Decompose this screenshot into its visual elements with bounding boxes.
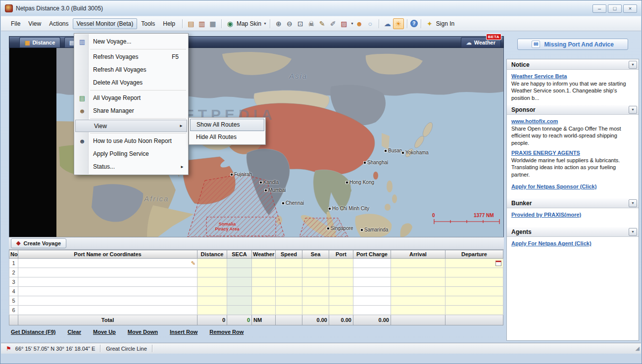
speed-cell[interactable] [276,259,302,268]
arrival-cell[interactable] [391,306,445,315]
map-skin-globe-icon[interactable]: ◉ [225,18,236,29]
menu-help[interactable]: Help [159,18,179,29]
speed-cell[interactable] [276,287,302,296]
create-voyage-button[interactable]: ◆ Create Voyage [11,238,66,248]
fit-screen-icon[interactable]: ⊡ [295,18,306,29]
port-cell[interactable] [329,277,353,287]
weather-icon[interactable]: ☁ [382,18,393,29]
piracy-icon[interactable]: ☠ [306,18,317,29]
help-icon[interactable]: ? [410,20,418,27]
maximize-button[interactable]: □ [608,4,622,13]
move-up-link[interactable]: Move Up [93,329,116,335]
port-cell[interactable] [329,306,353,315]
draw-route-icon[interactable]: ✎ [317,18,328,29]
notice-dropdown-button[interactable]: ▼ [629,61,637,69]
hottofix-link[interactable]: www.hottofix.com [511,118,558,124]
praxis-link[interactable]: PRAXIS ENERGY AGENTS [511,150,580,156]
sponsor-dropdown-button[interactable]: ▼ [629,106,637,114]
map-skin-caret-icon[interactable]: ▼ [263,22,267,25]
departure-cell[interactable] [445,268,503,277]
arrival-cell[interactable] [391,259,445,268]
menu-file[interactable]: File [7,18,24,29]
speed-cell[interactable] [276,277,302,287]
fill-color-caret-icon[interactable]: ▼ [350,22,354,25]
port-charge-cell[interactable] [353,296,391,306]
port-name-cell[interactable] [18,277,198,287]
clear-link[interactable]: Clear [67,329,81,335]
measure-icon[interactable]: ✐ [328,18,339,29]
arrival-cell[interactable] [391,277,445,287]
port-name-cell[interactable] [18,296,198,306]
zoom-out-icon[interactable]: ⊖ [284,18,295,29]
sign-in-link[interactable]: Sign In [436,20,454,27]
port-charge-cell[interactable] [353,287,391,296]
agents-dropdown-button[interactable]: ▼ [629,228,637,236]
user-icon[interactable]: ☻ [354,18,365,29]
get-distance-link[interactable]: Get Distance (F9) [11,329,55,335]
sea-cell[interactable] [302,296,329,306]
print-icon[interactable]: ▦ [207,18,218,29]
fill-color-icon[interactable]: ▨ [339,18,349,29]
arrival-cell[interactable] [391,296,445,306]
edit-icon[interactable]: ✎ [191,260,196,266]
departure-cell[interactable] [445,306,503,315]
menu-item-all-voyage-report[interactable]: ▤ All Voyage Report [75,91,188,104]
port-cell[interactable] [329,287,353,296]
menu-item-delete-all-voyages[interactable]: Delete All Voyages [75,76,188,89]
bunker-dropdown-button[interactable]: ▼ [629,199,637,207]
resize-grip[interactable]: ◢ [636,345,640,352]
minimize-button[interactable]: – [593,4,606,13]
sea-cell[interactable] [302,259,329,268]
speed-cell[interactable] [276,306,302,315]
calendar-icon[interactable] [495,261,501,266]
droplet-icon[interactable]: ○ [365,18,376,29]
menu-item-view[interactable]: View ► [75,120,187,132]
apply-sponsor-link[interactable]: Apply for Netpas Sponsor (Click) [511,183,596,189]
menu-actions[interactable]: Actions [45,18,72,29]
map-skin-label[interactable]: Map Skin [237,20,261,27]
port-charge-cell[interactable] [353,306,391,315]
menu-view[interactable]: View [24,18,45,29]
departure-cell[interactable] [445,296,503,306]
zoom-in-icon[interactable]: ⊕ [273,18,284,29]
speed-cell[interactable] [276,268,302,277]
speed-cell[interactable] [276,296,302,306]
key-icon[interactable]: ✦ [424,18,435,29]
day-night-icon[interactable]: ☀ [393,18,404,29]
menu-item-noon-report[interactable]: ☻ How to use Auto Noon Report [75,135,188,147]
menu-item-share-manager[interactable]: ☻ Share Manager [75,104,188,117]
departure-cell[interactable] [445,287,503,296]
menu-tools[interactable]: Tools [137,18,159,29]
move-down-link[interactable]: Move Down [128,329,158,335]
submenu-item-hide-all-routes[interactable]: Hide All Routes [190,131,264,143]
departure-cell[interactable] [445,259,503,268]
notebook-icon[interactable]: ▤ [186,18,197,29]
port-cell[interactable] [329,296,353,306]
insert-row-link[interactable]: Insert Row [170,329,198,335]
menu-item-new-voyage[interactable]: ▥ New Voyage... [75,35,188,48]
sea-cell[interactable] [302,277,329,287]
apply-agent-link[interactable]: Apply For Netpas Agent (Click) [511,240,592,246]
menu-item-status[interactable]: Status... ► [75,160,188,173]
port-name-cell[interactable] [18,287,198,296]
menu-item-refresh-all-voyages[interactable]: Refresh All Voyages [75,63,188,76]
weather-service-link[interactable]: Weather Service Beta [511,73,567,79]
contacts-icon[interactable]: ▥ [197,18,207,29]
sea-cell[interactable] [302,287,329,296]
arrival-cell[interactable] [391,268,445,277]
remove-row-link[interactable]: Remove Row [209,329,244,335]
port-cell[interactable] [329,268,353,277]
sea-cell[interactable] [302,268,329,277]
menu-item-apply-polling[interactable]: Apply Polling Service [75,147,188,160]
port-name-cell[interactable] [18,268,198,277]
bunker-praxis-link[interactable]: Provided by PRAXIS(more) [511,212,581,218]
port-name-cell[interactable] [18,306,198,315]
tab-distance[interactable]: ▦ Distance [19,37,60,47]
port-cell[interactable] [329,259,353,268]
submenu-item-show-all-routes[interactable]: Show All Routes [190,119,264,131]
tab-weather[interactable]: ☁ Weather BETA [461,37,501,47]
close-button[interactable]: × [623,4,637,13]
departure-cell[interactable] [445,277,503,287]
port-name-cell[interactable]: ✎ [18,259,198,268]
sea-cell[interactable] [302,306,329,315]
